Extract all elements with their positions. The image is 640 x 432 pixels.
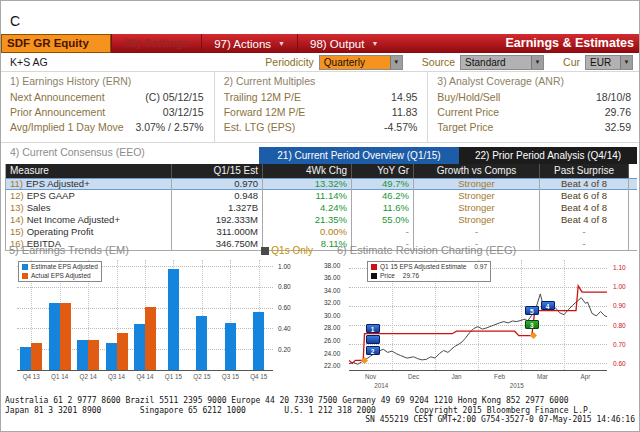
periodicity-select[interactable]: Quarterly▼ — [319, 55, 403, 70]
estimate-cell: 311.000M — [172, 226, 263, 238]
event-badge[interactable]: 1 — [366, 324, 380, 333]
x-axis-month-label: Apr — [581, 373, 591, 380]
legend-swatch — [22, 273, 28, 279]
estimate-bar[interactable] — [134, 324, 145, 370]
estimate-cell: 0.970 — [172, 178, 263, 190]
bloomberg-terminal-window: C SDF GR Equity 96) Settings 97) Actions… — [0, 0, 640, 432]
wk4-change-cell: 11.14% — [263, 190, 352, 202]
q1s-only-checkbox[interactable]: Q1s Only — [261, 245, 313, 256]
chevron-down-icon: ▼ — [390, 56, 402, 69]
left-axis-tick-label: 38.00 — [324, 262, 340, 269]
summary-panel-title[interactable]: 2) Current Multiples — [224, 75, 418, 87]
chevron-down-icon: ▼ — [531, 56, 543, 69]
currency-select[interactable]: EUR▼ — [585, 55, 633, 70]
checkbox-icon — [261, 247, 269, 255]
actual-bar[interactable] — [60, 303, 71, 370]
table-row[interactable]: 12)EPS GAAP0.94811.14%46.2%StrongerBeat … — [5, 190, 637, 202]
estimate-bar[interactable] — [225, 323, 236, 370]
estimate-bar[interactable] — [168, 269, 179, 370]
estimate-bar[interactable] — [106, 343, 117, 370]
summary-panels: 1) Earnings History (ERN)Next Announceme… — [1, 72, 640, 143]
tab-current-period-overview[interactable]: 21) Current Period Overview (Q1/15) — [259, 147, 459, 164]
past-surprise-cell: Beat 6 of 8 — [540, 190, 629, 202]
actual-bar[interactable] — [31, 343, 42, 370]
legend-entry: Estimate EPS Adjusted — [22, 263, 98, 272]
price-line — [349, 294, 607, 364]
left-axis-tick-label: 22.00 — [324, 362, 340, 369]
summary-row: Trailing 12M P/E14.95 — [224, 90, 418, 105]
event-badge[interactable]: 3 — [525, 320, 539, 329]
right-axis-tick-label: 1.10 — [613, 264, 626, 271]
estimate-bar[interactable] — [77, 340, 88, 370]
event-badge[interactable]: 4 — [541, 301, 555, 310]
summary-row: Est. LTG (EPS)-4.57% — [224, 120, 418, 135]
table-row[interactable]: 15)Operating Profit311.000M0.00%--- — [5, 226, 637, 238]
bar-chart-plot: 0.200.400.600.801.00Q4 13Q1 14Q2 14Q3 14… — [17, 260, 273, 371]
summary-panel-title[interactable]: 3) Analyst Coverage (ANR) — [437, 75, 631, 87]
wk4-change-cell: 13.32% — [263, 178, 352, 190]
legend-swatch — [371, 264, 377, 270]
estimate-bar[interactable] — [253, 312, 264, 370]
settings-menu-button[interactable]: 96) Settings — [111, 34, 201, 53]
column-header: Growth vs Comps — [414, 164, 540, 178]
event-badge[interactable] — [366, 335, 380, 344]
security-ticker-box[interactable]: SDF GR Equity — [1, 34, 111, 53]
summary-row-value: (C) 05/12/15 — [145, 90, 203, 105]
chevron-down-icon: ▼ — [371, 40, 378, 47]
table-header-row: MeasureQ1/15 Est4Wk ChgYoY GrGrowth vs C… — [5, 164, 637, 178]
charts-section: 5) Earnings Trends (EM) Q1s Only 0.200.4… — [1, 244, 640, 394]
x-axis-category-label: Q1 15 — [165, 373, 182, 380]
x-axis-category-label: Q1 14 — [51, 373, 68, 380]
growth-vs-comps-cell: - — [414, 226, 540, 238]
actual-bar[interactable] — [88, 340, 99, 370]
x-axis-month-label: Nov — [365, 373, 376, 380]
measure-cell: 15)Operating Profit — [5, 226, 172, 238]
column-header: Past Surprise — [540, 164, 629, 178]
table-row[interactable]: 14)Net Income Adjusted+192.333M21.35%55.… — [5, 214, 637, 226]
summary-row-value: 03/12/15 — [163, 105, 204, 120]
left-axis-tick-label: 34.00 — [324, 287, 340, 294]
currency-label: Cur — [563, 56, 580, 68]
column-header: Measure — [5, 164, 172, 178]
summary-row-value: 18/10/8 — [596, 90, 631, 105]
legend-value: 29.76 — [403, 272, 419, 281]
right-axis-tick-label: 0.60 — [613, 360, 626, 367]
summary-panel-title[interactable]: 1) Earnings History (ERN) — [10, 75, 204, 87]
event-badge[interactable]: 2 — [366, 346, 380, 355]
row-number: 12) — [10, 190, 24, 201]
page-title: Earnings & Estimates — [505, 34, 640, 53]
measure-name: Net Income Adjusted+ — [27, 214, 120, 225]
estimate-bar[interactable] — [20, 347, 31, 370]
summary-row: Avg/Implied 1 Day Move3.07% / 2.57% — [10, 120, 204, 135]
estimate-bar[interactable] — [196, 316, 207, 370]
event-badge[interactable]: 5 — [525, 306, 539, 315]
summary-row-label: Avg/Implied 1 Day Move — [10, 120, 124, 135]
measure-name: EPS Adjusted+ — [26, 178, 90, 189]
left-axis-tick-label: 32.00 — [324, 299, 340, 306]
column-header: Q1/15 Est — [172, 164, 263, 178]
x-axis-year-label: 2014 — [374, 382, 388, 389]
actual-bar[interactable] — [117, 333, 128, 370]
period-tabs: 21) Current Period Overview (Q1/15) 22) … — [259, 147, 637, 164]
estimate-bar[interactable] — [49, 303, 60, 370]
x-axis-category-label: Q4 13 — [23, 373, 40, 380]
x-axis-category-label: Q3 15 — [222, 373, 239, 380]
legend-label: Q1 15 EPS Adjusted Estimate — [380, 263, 466, 272]
actions-menu-button[interactable]: 97) Actions▼ — [201, 34, 297, 53]
summary-row-label: Trailing 12M P/E — [224, 90, 301, 105]
past-surprise-cell: Beat 4 of 8 — [540, 214, 629, 226]
table-row[interactable]: 13)Sales1.327B4.24%11.6%StrongerBeat 4 o… — [5, 202, 637, 214]
table-row[interactable]: 11)EPS Adjusted+0.97013.32%49.7%Stronger… — [5, 178, 637, 190]
output-menu-button[interactable]: 98) Output▼ — [297, 34, 390, 53]
left-axis-tick-label: 28.00 — [324, 324, 340, 331]
window-corner-label: C — [10, 13, 20, 29]
legend-swatch — [371, 273, 377, 279]
tab-prior-period-analysis[interactable]: 22) Prior Period Analysis (Q4/14) — [459, 147, 637, 164]
line-chart-legend: Q1 15 EPS Adjusted Estimate0.97Price29.7… — [367, 261, 491, 282]
growth-vs-comps-cell: Stronger — [414, 214, 540, 226]
actual-bar[interactable] — [145, 307, 156, 370]
source-select[interactable]: Standard▼ — [460, 55, 544, 70]
row-number: 11) — [10, 178, 23, 189]
x-axis-category-label: Q2 14 — [80, 373, 97, 380]
left-axis-tick-label: 26.00 — [324, 337, 340, 344]
